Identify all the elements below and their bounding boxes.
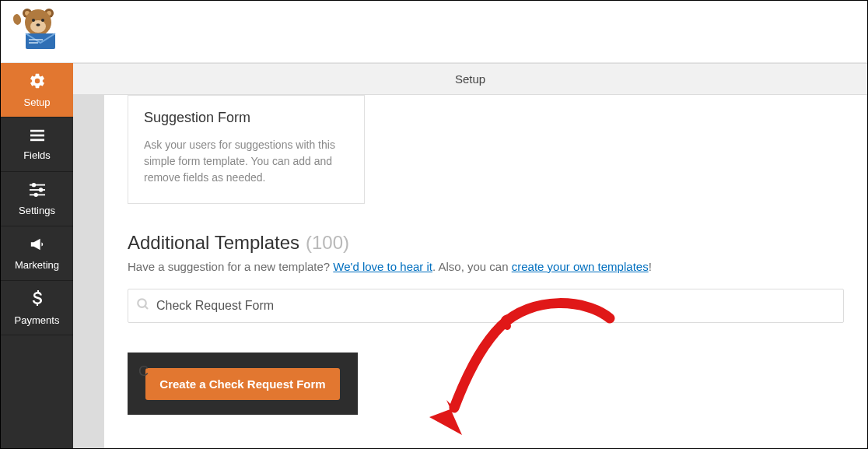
section-title: Additional Templates <box>128 232 299 254</box>
template-card-title: Suggestion Form <box>144 110 348 126</box>
top-bar <box>1 1 867 63</box>
search-icon <box>136 297 150 314</box>
result-title-peek: C <box>138 363 149 380</box>
feedback-link[interactable]: We'd love to hear it <box>333 260 432 273</box>
sidebar-item-fields[interactable]: Fields <box>1 118 73 172</box>
subtext-pre: Have a suggestion for a new template? <box>128 260 333 273</box>
sidebar-item-settings[interactable]: Settings <box>1 172 73 226</box>
section-subtext: Have a suggestion for a new template? We… <box>128 260 844 273</box>
dollar-icon <box>32 290 43 310</box>
create-form-button[interactable]: Create a Check Request Form <box>145 368 339 400</box>
svg-point-19 <box>38 188 42 191</box>
template-card-desc: Ask your users for suggestions with this… <box>144 137 348 186</box>
svg-point-8 <box>36 23 40 26</box>
svg-rect-14 <box>30 134 44 136</box>
content-area: Suggestion Form Ask your users for sugge… <box>73 95 867 448</box>
sliders-icon <box>29 182 46 200</box>
sidebar-item-label: Marketing <box>15 259 59 271</box>
sidebar: Setup Fields Settings <box>1 63 73 448</box>
sidebar-item-label: Settings <box>19 205 55 216</box>
subtext-mid: . Also, you can <box>432 260 512 273</box>
svg-point-22 <box>138 299 146 307</box>
create-own-link[interactable]: create your own templates <box>512 260 649 273</box>
template-search-input[interactable] <box>156 299 835 313</box>
bullhorn-icon <box>29 237 46 254</box>
list-icon <box>29 128 46 145</box>
sidebar-item-payments[interactable]: Payments <box>1 281 73 335</box>
svg-point-17 <box>31 182 35 186</box>
template-card-suggestion-form[interactable]: Suggestion Form Ask your users for sugge… <box>128 95 365 204</box>
subtext-post: ! <box>649 260 652 273</box>
sidebar-item-marketing[interactable]: Marketing <box>1 226 73 281</box>
svg-point-7 <box>41 19 44 22</box>
sidebar-item-label: Fields <box>23 149 51 161</box>
template-result-check-request-form[interactable]: C Create a Check Request Form <box>128 353 358 415</box>
svg-line-23 <box>145 306 148 309</box>
panel-tab-label: Setup <box>455 72 485 86</box>
svg-rect-13 <box>30 129 44 132</box>
logo <box>1 1 66 51</box>
svg-marker-24 <box>429 400 462 435</box>
template-search[interactable] <box>128 289 844 323</box>
section-count: (100) <box>306 232 349 254</box>
sidebar-item-setup[interactable]: Setup <box>1 63 73 118</box>
svg-rect-15 <box>30 139 44 141</box>
svg-point-5 <box>30 20 46 33</box>
svg-point-6 <box>32 19 35 22</box>
gear-icon <box>29 72 46 92</box>
svg-point-9 <box>12 13 23 26</box>
sidebar-item-label: Setup <box>24 96 51 108</box>
panel-tab-setup[interactable]: Setup <box>73 63 867 95</box>
svg-point-21 <box>33 192 37 196</box>
additional-templates-heading: Additional Templates (100) <box>128 232 844 254</box>
sidebar-item-label: Payments <box>15 314 60 326</box>
